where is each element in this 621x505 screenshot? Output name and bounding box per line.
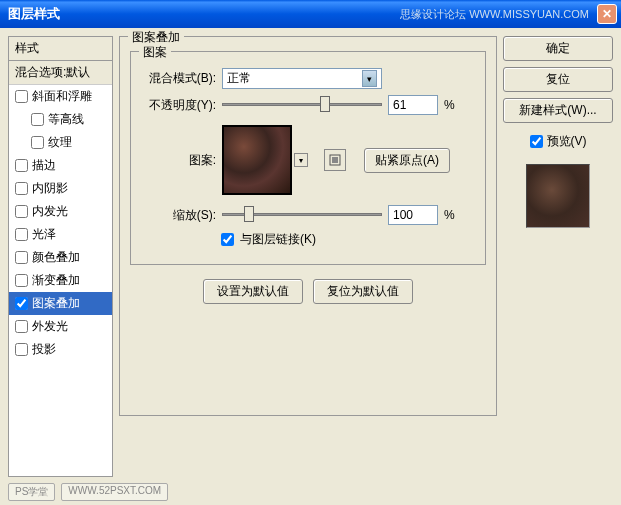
scale-slider[interactable] xyxy=(222,206,382,224)
style-item-7[interactable]: 颜色叠加 xyxy=(9,246,112,269)
opacity-input[interactable]: 61 xyxy=(388,95,438,115)
preview-label: 预览(V) xyxy=(547,133,587,150)
reset-default-button[interactable]: 复位为默认值 xyxy=(313,279,413,304)
style-item-6[interactable]: 光泽 xyxy=(9,223,112,246)
style-checkbox-5[interactable] xyxy=(15,205,28,218)
pattern-dropdown-icon[interactable]: ▾ xyxy=(294,153,308,167)
style-item-11[interactable]: 投影 xyxy=(9,338,112,361)
new-icon xyxy=(329,154,341,166)
pattern-swatch[interactable]: ▾ xyxy=(222,125,292,195)
preview-image xyxy=(527,165,589,227)
style-label-0: 斜面和浮雕 xyxy=(32,88,92,105)
style-checkbox-3[interactable] xyxy=(15,159,28,172)
style-label-8: 渐变叠加 xyxy=(32,272,80,289)
style-checkbox-2[interactable] xyxy=(31,136,44,149)
style-item-4[interactable]: 内阴影 xyxy=(9,177,112,200)
style-item-2[interactable]: 纹理 xyxy=(9,131,112,154)
style-checkbox-7[interactable] xyxy=(15,251,28,264)
style-label-9: 图案叠加 xyxy=(32,295,80,312)
right-buttons-panel: 确定 复位 新建样式(W)... 预览(V) xyxy=(503,36,613,477)
link-layer-checkbox[interactable] xyxy=(221,233,234,246)
style-checkbox-8[interactable] xyxy=(15,274,28,287)
style-item-8[interactable]: 渐变叠加 xyxy=(9,269,112,292)
style-item-0[interactable]: 斜面和浮雕 xyxy=(9,85,112,108)
blend-mode-value: 正常 xyxy=(227,70,251,87)
new-style-button[interactable]: 新建样式(W)... xyxy=(503,98,613,123)
style-item-10[interactable]: 外发光 xyxy=(9,315,112,338)
scale-unit: % xyxy=(444,208,455,222)
style-item-5[interactable]: 内发光 xyxy=(9,200,112,223)
style-label-6: 光泽 xyxy=(32,226,56,243)
style-checkbox-11[interactable] xyxy=(15,343,28,356)
scale-input[interactable]: 100 xyxy=(388,205,438,225)
style-checkbox-10[interactable] xyxy=(15,320,28,333)
style-checkbox-1[interactable] xyxy=(31,113,44,126)
titlebar: 图层样式 思缘设计论坛 WWW.MISSYUAN.COM ✕ xyxy=(0,0,621,28)
style-label-7: 颜色叠加 xyxy=(32,249,80,266)
svg-rect-1 xyxy=(332,157,338,163)
brand-text: 思缘设计论坛 WWW.MISSYUAN.COM xyxy=(400,7,589,22)
style-item-3[interactable]: 描边 xyxy=(9,154,112,177)
link-layer-label: 与图层链接(K) xyxy=(240,231,316,248)
opacity-unit: % xyxy=(444,98,455,112)
style-checkbox-4[interactable] xyxy=(15,182,28,195)
window-title: 图层样式 xyxy=(8,5,400,23)
style-checkbox-9[interactable] xyxy=(15,297,28,310)
style-label-3: 描边 xyxy=(32,157,56,174)
preview-swatch xyxy=(526,164,590,228)
style-item-1[interactable]: 等高线 xyxy=(9,108,112,131)
style-label-1: 等高线 xyxy=(48,111,84,128)
new-pattern-icon-button[interactable] xyxy=(324,149,346,171)
styles-list-panel: 样式 混合选项:默认 斜面和浮雕等高线纹理描边内阴影内发光光泽颜色叠加渐变叠加图… xyxy=(8,36,113,477)
style-label-10: 外发光 xyxy=(32,318,68,335)
blend-mode-select[interactable]: 正常 ▾ xyxy=(222,68,382,89)
pattern-subtitle: 图案 xyxy=(139,44,171,61)
style-label-2: 纹理 xyxy=(48,134,72,151)
blend-options-header[interactable]: 混合选项:默认 xyxy=(9,61,112,85)
footer-tag-2: WWW.52PSXT.COM xyxy=(61,483,168,501)
scale-label: 缩放(S): xyxy=(141,207,216,224)
preview-checkbox[interactable] xyxy=(530,135,543,148)
style-label-11: 投影 xyxy=(32,341,56,358)
ok-button[interactable]: 确定 xyxy=(503,36,613,61)
set-default-button[interactable]: 设置为默认值 xyxy=(203,279,303,304)
style-label-4: 内阴影 xyxy=(32,180,68,197)
reset-button[interactable]: 复位 xyxy=(503,67,613,92)
footer-tag-1: PS学堂 xyxy=(8,483,55,501)
blend-mode-label: 混合模式(B): xyxy=(141,70,216,87)
snap-origin-button[interactable]: 贴紧原点(A) xyxy=(364,148,450,173)
pattern-label: 图案: xyxy=(141,152,216,169)
style-checkbox-0[interactable] xyxy=(15,90,28,103)
styles-header[interactable]: 样式 xyxy=(9,37,112,61)
main-settings-panel: 图案叠加 图案 混合模式(B): 正常 ▾ 不透明度(Y): 6 xyxy=(119,36,497,477)
opacity-slider[interactable] xyxy=(222,96,382,114)
style-checkbox-6[interactable] xyxy=(15,228,28,241)
pattern-preview-image xyxy=(224,127,290,193)
watermark: PS学堂 WWW.52PSXT.COM xyxy=(8,483,168,501)
close-icon: ✕ xyxy=(602,7,612,21)
chevron-down-icon: ▾ xyxy=(362,70,377,87)
opacity-label: 不透明度(Y): xyxy=(141,97,216,114)
style-label-5: 内发光 xyxy=(32,203,68,220)
close-button[interactable]: ✕ xyxy=(597,4,617,24)
style-item-9[interactable]: 图案叠加 xyxy=(9,292,112,315)
